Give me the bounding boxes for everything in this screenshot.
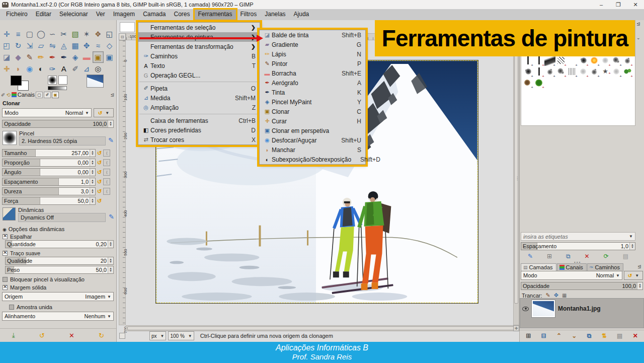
panel-resize-handle[interactable]: ⋮ (515, 176, 520, 181)
merge-layer-button[interactable]: ⇅ (602, 332, 607, 339)
menu-item-texto[interactable]: ATextoT (138, 61, 260, 70)
restore-options-button[interactable]: ↺ (39, 332, 45, 339)
paths-tool[interactable]: ✑ (47, 63, 58, 75)
tab-caminhos[interactable]: ✑Caminhos (587, 263, 623, 271)
close-button[interactable]: ✕ (627, 0, 644, 9)
layer-mode-dropdown[interactable]: Modo Normal▼ (521, 271, 622, 280)
airbrush-tool[interactable]: ✒ (47, 51, 58, 63)
cage-transform-tool[interactable]: ◇ (104, 40, 115, 51)
text-tool[interactable]: A (58, 63, 69, 75)
duplicate-layer-button[interactable]: ⧉ (587, 332, 592, 339)
crop-tool[interactable]: ◱ (104, 28, 115, 40)
save-options-button[interactable]: ⤓ (12, 331, 15, 339)
paintbrush-tool[interactable]: ✎ (24, 51, 35, 63)
open-brush-button[interactable]: ▤ (623, 253, 628, 260)
brush-star2[interactable]: ★ (600, 66, 611, 77)
angulo-reset-icon[interactable]: ↺ (97, 169, 102, 176)
color-picker-tool[interactable]: ✐ (69, 63, 81, 75)
brush-stroke[interactable] (533, 66, 544, 77)
scissors-select-tool[interactable]: ✂ (58, 28, 69, 40)
device-status-tab-icon[interactable]: ⟲ (6, 92, 10, 98)
menu-item-ferramentas-transformacao[interactable]: Ferramentas de transformação❯ (138, 42, 260, 51)
new-brush-button[interactable]: ⊞ (547, 253, 552, 260)
dock-menu-button[interactable]: ⊴ (110, 92, 114, 97)
unified-transform-tool[interactable]: ◰ (1, 40, 13, 51)
layer-visibility-eye-icon[interactable] (522, 307, 529, 311)
menu-item-ampliacao[interactable]: ◎AmpliaçãoZ (138, 103, 260, 112)
dureza-link-button[interactable]: ⟨ (103, 188, 110, 195)
brush-bird[interactable] (522, 77, 533, 88)
lower-layer-button[interactable]: ⌄ (572, 332, 577, 339)
dynamics-preview-thumbnail[interactable] (3, 207, 16, 221)
quality-slider[interactable]: Qualidade 20 ▲▼ (5, 257, 114, 265)
layer-thumbnail[interactable] (532, 300, 555, 317)
reset-options-button[interactable]: ↻ (99, 332, 104, 339)
brush-noise3[interactable] (544, 66, 555, 77)
active-brush-thumbnail[interactable] (48, 76, 57, 85)
submenu-item-desfocar-agucar[interactable]: ◉Desfocar/AguçarShift+U (260, 135, 365, 145)
brush-hatch[interactable] (555, 55, 567, 66)
brush-tag-input[interactable]: insira as etiquetas ▼ (521, 232, 635, 241)
tool-options-tab-icon[interactable]: ✐ (1, 92, 5, 98)
edit-brush-button[interactable]: ✎ (528, 253, 533, 260)
menu-item-caminhos[interactable]: ✑CaminhosB (138, 51, 260, 61)
ink-tool[interactable]: ✒ (58, 51, 69, 63)
submenu-item-borracha[interactable]: ▬BorrachaShift+E (260, 68, 365, 78)
menu-item-caixa-de-ferramentas[interactable]: Caixa de ferramentasCtrl+B (138, 116, 260, 125)
dodge-burn-tool[interactable]: ◐ (35, 63, 47, 75)
heal-tool[interactable]: ✚ (1, 63, 13, 75)
new-group-button[interactable]: ⊟ (541, 332, 546, 339)
tool-options-tab-active[interactable]: ▣ (52, 92, 59, 98)
pencil-tool[interactable]: ✏ (35, 51, 47, 63)
submenu-item-manchar[interactable]: ◗MancharS (260, 145, 365, 155)
alignment-tool[interactable]: ≡ (13, 28, 24, 40)
submenu-item-subexposicao[interactable]: ◐Subexposição/SobrexposiçãoShift+D (260, 155, 365, 164)
weight-slider[interactable]: Peso 50,0 ▲▼ (5, 266, 114, 274)
submenu-item-pintor[interactable]: ✎PintorP (260, 59, 365, 68)
active-image-thumbnail[interactable] (87, 75, 104, 88)
fuzzy-select-tool[interactable]: ✶ (81, 28, 93, 40)
tamanho-link-button[interactable]: ⟨ (103, 150, 110, 157)
brush-noise1[interactable] (555, 66, 567, 77)
brush-spacing-slider[interactable]: Espaçamento 1,0 ▲▼ (521, 242, 635, 250)
mypaint-brush-tool[interactable]: ◈ (69, 51, 81, 63)
image-tab[interactable] (120, 22, 135, 32)
forca-slider[interactable]: Força50,0▲▼ (2, 197, 96, 205)
minimize-button[interactable]: – (593, 0, 610, 9)
menubar-item-ajuda[interactable]: Ajuda (290, 9, 313, 20)
angulo-link-button[interactable]: ⟨ (103, 169, 110, 176)
brush-stroke[interactable] (533, 55, 544, 66)
lock-alpha-icon[interactable]: ▦ (562, 293, 567, 298)
smudge-tool[interactable]: ◗ (13, 63, 24, 75)
submenu-item-balde-de-tinta[interactable]: ◪Balde de tintaShift+B (260, 30, 365, 40)
handle-transform-tool[interactable]: ✥ (81, 40, 93, 51)
brush-pepper[interactable] (533, 77, 544, 88)
spinner[interactable]: ▲▼ (90, 159, 95, 166)
scale-tool[interactable]: ⇲ (24, 40, 35, 51)
rotate-tool[interactable]: ↻ (13, 40, 24, 51)
perspective-tool[interactable]: ◬ (58, 40, 69, 51)
submenu-item-tinta[interactable]: ✒TintaK (260, 88, 365, 97)
clone-source-dropdown[interactable]: Origem Imagem▼ (2, 292, 114, 301)
sample-merged-checkbox[interactable]: Amostra unida (9, 304, 52, 310)
forca-reset-icon[interactable]: ↺ (97, 198, 102, 204)
menu-item-trocar-cores[interactable]: ⇄Trocar coresX (138, 135, 260, 144)
foreground-color-swatch[interactable] (11, 76, 22, 86)
active-gradient-thumbnail[interactable] (48, 86, 67, 90)
jitter-amount-slider[interactable]: Quantidade 0,20 ▲▼ (5, 240, 114, 248)
menu-item-cores-predefinidas[interactable]: ◧Cores predefinidasD (138, 125, 260, 135)
foreground-select-tool[interactable]: ▧ (69, 28, 81, 40)
menubar-item-janelas[interactable]: Janelas (261, 9, 289, 20)
tamanho-reset-icon[interactable]: ↺ (97, 150, 102, 157)
brush-noise2[interactable] (578, 55, 589, 66)
spinner[interactable]: ▲▼ (90, 188, 95, 195)
menubar-item-ficheiro[interactable]: Ficheiro (2, 9, 32, 20)
mask-layer-button[interactable]: ▤ (617, 332, 622, 339)
menubar-item-editar[interactable]: Editar (32, 9, 55, 20)
zoom-dropdown[interactable]: 100 %▼ (168, 331, 194, 340)
submenu-item-clonar[interactable]: ▣ClonarC (260, 107, 365, 116)
raise-layer-button[interactable]: ⌃ (556, 332, 561, 339)
dynamics-options-expander[interactable]: ◉Opções das dinâmicas (3, 226, 64, 232)
rectangle-select-tool[interactable]: ▢ (24, 28, 35, 40)
menubar-item-selecionar[interactable]: Selecionar (55, 9, 92, 20)
